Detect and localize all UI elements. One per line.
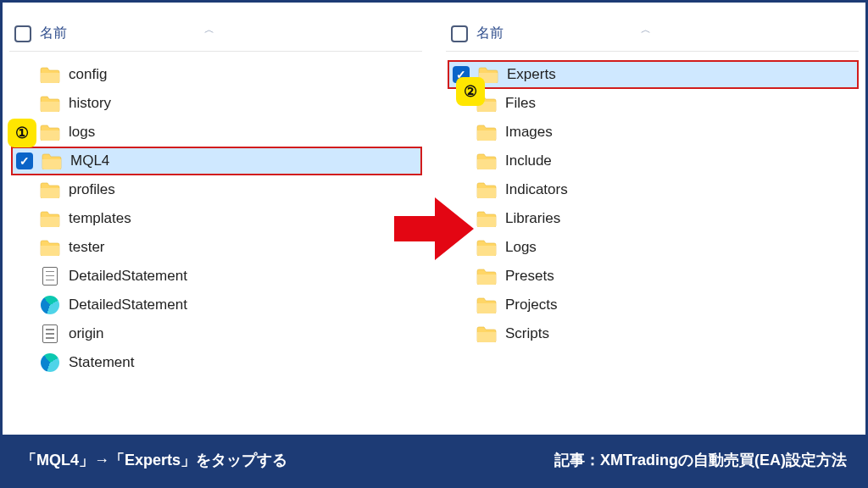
folder-icon xyxy=(476,124,497,141)
folder-icon xyxy=(476,268,497,285)
folder-row[interactable]: Images xyxy=(470,118,859,147)
folder-icon xyxy=(40,124,60,141)
file-list-right: ✓ExpertsFilesImagesIncludeIndicatorsLibr… xyxy=(446,52,859,348)
document-icon xyxy=(42,267,58,286)
column-header[interactable]: 名前 ︿ xyxy=(9,19,422,52)
select-all-checkbox[interactable] xyxy=(451,25,468,42)
folder-row[interactable]: Logs xyxy=(470,233,859,262)
item-label: DetailedStatement xyxy=(69,297,187,313)
folder-icon xyxy=(476,210,497,227)
item-label: Indicators xyxy=(505,181,568,198)
folder-row[interactable]: history xyxy=(33,89,422,118)
sort-indicator-icon[interactable]: ︿ xyxy=(641,23,651,37)
folder-row[interactable]: Libraries xyxy=(470,204,859,233)
file-list-left: confighistorylogs✓MQL4profilestemplatest… xyxy=(9,52,422,377)
item-label: templates xyxy=(69,210,131,227)
column-header[interactable]: 名前 ︿ xyxy=(446,19,859,52)
edge-browser-icon xyxy=(41,353,59,372)
item-label: Images xyxy=(505,124,553,141)
folder-icon xyxy=(40,181,60,198)
folder-row[interactable]: ✓MQL4 xyxy=(11,147,422,175)
folder-icon xyxy=(476,297,497,313)
instruction-banner: 「MQL4」→「Experts」をタップする 記事：XMTradingの自動売買… xyxy=(3,435,865,485)
step-badge-2: ② xyxy=(456,77,485,106)
item-label: Libraries xyxy=(505,210,560,227)
folder-row[interactable]: Scripts xyxy=(470,319,859,348)
item-label: MQL4 xyxy=(70,152,109,169)
folder-row[interactable]: Presets xyxy=(470,262,859,291)
folder-icon xyxy=(40,210,60,227)
folder-row[interactable]: tester xyxy=(33,233,422,262)
article-title: 記事：XMTradingの自動売買(EA)設定方法 xyxy=(554,450,847,470)
item-label: history xyxy=(69,95,111,112)
item-label: profiles xyxy=(69,181,115,198)
file-row[interactable]: DetailedStatement xyxy=(33,262,422,291)
folder-icon xyxy=(476,325,497,342)
folder-icon xyxy=(476,152,497,169)
item-label: origin xyxy=(69,325,104,342)
file-row[interactable]: DetailedStatement xyxy=(33,291,422,319)
item-label: Presets xyxy=(505,268,554,285)
select-all-checkbox[interactable] xyxy=(14,25,31,42)
folder-row[interactable]: ✓Experts xyxy=(448,60,859,89)
folder-icon xyxy=(40,239,60,256)
step-badge-1: ① xyxy=(8,119,36,147)
instruction-text: 「MQL4」→「Experts」をタップする xyxy=(21,450,287,470)
item-label: Logs xyxy=(505,239,537,256)
column-name-label: 名前 xyxy=(476,25,504,42)
folder-icon xyxy=(40,66,60,83)
column-name-label: 名前 xyxy=(40,25,67,42)
document-icon xyxy=(42,324,58,343)
edge-browser-icon xyxy=(41,296,59,314)
item-label: Statement xyxy=(69,354,135,371)
folder-row[interactable]: profiles xyxy=(33,175,422,204)
folder-icon xyxy=(476,181,497,198)
folder-icon xyxy=(476,239,497,256)
selection-checkbox[interactable]: ✓ xyxy=(16,152,33,169)
folder-row[interactable]: Indicators xyxy=(470,175,859,204)
item-label: Files xyxy=(505,95,536,112)
folder-icon xyxy=(40,95,60,112)
item-label: Experts xyxy=(507,66,556,83)
item-label: Scripts xyxy=(505,325,549,342)
item-label: tester xyxy=(69,239,105,256)
folder-row[interactable]: Include xyxy=(470,147,859,175)
file-row[interactable]: Statement xyxy=(33,348,422,377)
item-label: logs xyxy=(69,124,95,141)
sort-indicator-icon[interactable]: ︿ xyxy=(204,23,214,37)
arrow-right-icon xyxy=(394,197,474,260)
item-label: config xyxy=(69,66,107,83)
folder-row[interactable]: Files xyxy=(470,89,859,118)
folder-row[interactable]: Projects xyxy=(470,291,859,319)
folder-icon xyxy=(42,152,62,169)
svg-marker-0 xyxy=(394,197,474,260)
folder-row[interactable]: templates xyxy=(33,204,422,233)
item-label: Projects xyxy=(505,297,557,313)
explorer-panel-right: 名前 ︿ ✓ExpertsFilesImagesIncludeIndicator… xyxy=(426,3,865,348)
folder-row[interactable]: config xyxy=(33,60,422,89)
folder-row[interactable]: logs xyxy=(33,118,422,147)
explorer-panel-left: 名前 ︿ confighistorylogs✓MQL4profilestempl… xyxy=(3,3,426,377)
item-label: Include xyxy=(505,152,552,169)
item-label: DetailedStatement xyxy=(69,268,187,285)
file-row[interactable]: origin xyxy=(33,319,422,348)
